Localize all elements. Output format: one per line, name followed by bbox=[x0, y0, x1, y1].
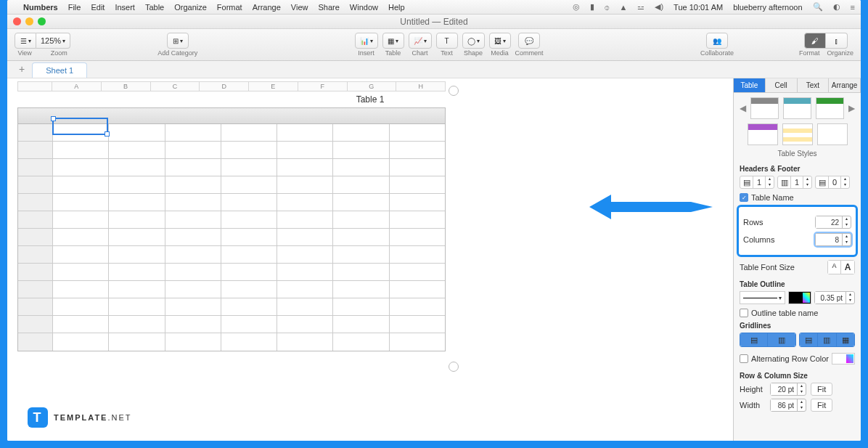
chart-button[interactable]: 📈▾ bbox=[409, 33, 432, 49]
tab-table[interactable]: Table bbox=[734, 78, 766, 92]
volume-icon[interactable]: ◀) bbox=[655, 2, 663, 12]
battery-icon[interactable]: ▮ bbox=[590, 2, 594, 12]
alt-row-color-select[interactable] bbox=[832, 353, 855, 364]
col-header[interactable]: E bbox=[249, 81, 298, 91]
col-fit-button[interactable]: Fit bbox=[811, 399, 832, 412]
menubar-user[interactable]: blueberry afternoon bbox=[733, 3, 802, 12]
comment-button[interactable]: 💬 bbox=[518, 33, 540, 49]
spreadsheet-table[interactable] bbox=[17, 107, 446, 351]
canvas[interactable]: A B C D E F G H Table 1 bbox=[7, 78, 733, 441]
template-net-logo: T TEMPLATE.NET bbox=[28, 407, 132, 428]
menubar-clock[interactable]: Tue 10:01 AM bbox=[673, 3, 723, 12]
menu-view[interactable]: View bbox=[291, 3, 308, 12]
format-button[interactable]: 🖌 bbox=[804, 33, 826, 49]
corner-cell[interactable] bbox=[17, 81, 52, 91]
col-header[interactable]: C bbox=[151, 81, 200, 91]
outline-width-input[interactable] bbox=[815, 292, 846, 304]
footer-rows-stepper[interactable]: ▤0▴▾ bbox=[815, 176, 850, 189]
header-rows-stepper[interactable]: ▤1▴▾ bbox=[740, 176, 774, 189]
gridlines-label: Gridlines bbox=[740, 322, 855, 330]
col-header[interactable]: G bbox=[348, 81, 397, 91]
add-column-handle[interactable] bbox=[449, 86, 459, 96]
tab-text[interactable]: Text bbox=[798, 78, 830, 92]
table-style-thumb[interactable] bbox=[748, 123, 778, 145]
view-button[interactable]: ☰▾ bbox=[15, 33, 36, 49]
row-height-input[interactable] bbox=[771, 383, 797, 395]
text-label: Text bbox=[441, 49, 453, 57]
insert-button[interactable]: 📊▾ bbox=[355, 33, 378, 49]
menu-insert[interactable]: Insert bbox=[115, 3, 135, 12]
menu-arrange[interactable]: Arrange bbox=[253, 3, 281, 12]
col-header[interactable]: H bbox=[396, 81, 446, 91]
table-button[interactable]: ▦▾ bbox=[382, 33, 404, 49]
wifi-icon[interactable]: ⚍ bbox=[637, 2, 644, 12]
styles-prev-button[interactable]: ◀ bbox=[740, 103, 746, 113]
menu-help[interactable]: Help bbox=[388, 3, 405, 12]
menu-format[interactable]: Format bbox=[217, 3, 242, 12]
outline-width-stepper[interactable]: ▴▾ bbox=[814, 291, 855, 304]
bluetooth-icon[interactable]: ⌽ bbox=[605, 3, 610, 12]
collaborate-button[interactable]: 👥 bbox=[706, 33, 728, 49]
menu-window[interactable]: Window bbox=[350, 3, 378, 12]
col-width-input[interactable] bbox=[771, 399, 797, 411]
shape-button[interactable]: ◯▾ bbox=[462, 33, 485, 49]
notification-center-icon[interactable]: ≡ bbox=[851, 3, 855, 12]
zoom-label: Zoom bbox=[51, 49, 67, 57]
airplay-icon[interactable]: ▲ bbox=[620, 3, 628, 12]
close-window-button[interactable] bbox=[13, 17, 21, 25]
outline-style-select[interactable]: ▾ bbox=[740, 291, 785, 304]
columns-input[interactable] bbox=[816, 234, 842, 245]
rows-label: Rows bbox=[743, 218, 763, 227]
col-header[interactable]: F bbox=[298, 81, 348, 91]
font-size-larger-button[interactable]: A bbox=[841, 261, 854, 274]
table-style-thumb[interactable] bbox=[817, 123, 848, 145]
tab-arrange[interactable]: Arrange bbox=[829, 78, 861, 92]
header-cols-stepper[interactable]: ▥1▴▾ bbox=[777, 176, 812, 189]
outline-table-name-label: Outline table name bbox=[751, 309, 818, 317]
sheet-tab[interactable]: Sheet 1 bbox=[32, 62, 87, 78]
col-header[interactable]: D bbox=[200, 81, 249, 91]
zoom-select[interactable]: 125%▾ bbox=[36, 33, 70, 49]
alt-row-checkbox[interactable] bbox=[740, 354, 748, 363]
rows-stepper[interactable]: ▴▾ bbox=[815, 216, 851, 229]
alt-row-label: Alternating Row Color bbox=[751, 354, 829, 363]
status-icon[interactable]: ◎ bbox=[573, 2, 580, 12]
organize-button[interactable]: ⫿ bbox=[826, 33, 848, 49]
spotlight-icon[interactable]: 🔍 bbox=[813, 2, 823, 12]
table-name-checkbox[interactable]: ✓ bbox=[740, 193, 748, 202]
table-style-thumb[interactable] bbox=[750, 97, 779, 119]
menu-edit[interactable]: Edit bbox=[91, 3, 105, 12]
rows-input[interactable] bbox=[816, 216, 842, 228]
row-fit-button[interactable]: Fit bbox=[811, 383, 832, 396]
gridlines-header-segment[interactable]: ▤▥▦ bbox=[799, 333, 856, 347]
minimize-window-button[interactable] bbox=[25, 17, 33, 25]
row-height-stepper[interactable]: ▴▾ bbox=[770, 383, 806, 396]
siri-icon[interactable]: ◐ bbox=[833, 2, 840, 12]
gridlines-body-segment[interactable]: ▤▥ bbox=[740, 333, 796, 347]
tab-cell[interactable]: Cell bbox=[766, 78, 798, 92]
table-style-thumb[interactable] bbox=[783, 97, 811, 119]
font-size-smaller-button[interactable]: A bbox=[828, 261, 841, 274]
table-style-thumb[interactable] bbox=[782, 123, 813, 145]
resize-corner-handle[interactable] bbox=[449, 362, 459, 372]
add-sheet-button[interactable]: + bbox=[12, 60, 32, 78]
col-header[interactable]: A bbox=[52, 81, 102, 91]
media-button[interactable]: 🖼▾ bbox=[489, 33, 511, 49]
outline-table-name-checkbox[interactable] bbox=[740, 309, 748, 317]
menu-organize[interactable]: Organize bbox=[174, 3, 207, 12]
columns-stepper[interactable]: ▴▾ bbox=[815, 233, 851, 246]
outline-color-select[interactable] bbox=[788, 291, 811, 304]
table-title[interactable]: Table 1 bbox=[7, 94, 733, 105]
col-header[interactable]: B bbox=[102, 81, 151, 91]
app-menu[interactable]: Numbers bbox=[23, 3, 58, 12]
col-width-stepper[interactable]: ▴▾ bbox=[770, 399, 806, 412]
styles-next-button[interactable]: ▶ bbox=[848, 103, 855, 113]
text-button[interactable]: T bbox=[436, 33, 458, 49]
menu-table[interactable]: Table bbox=[145, 3, 164, 12]
menu-file[interactable]: File bbox=[68, 3, 81, 12]
zoom-window-button[interactable] bbox=[38, 17, 46, 25]
add-category-button[interactable]: ⊞▾ bbox=[167, 33, 189, 49]
document-title[interactable]: Untitled — Edited bbox=[400, 17, 467, 27]
table-style-thumb[interactable] bbox=[816, 97, 844, 119]
menu-share[interactable]: Share bbox=[318, 3, 339, 12]
